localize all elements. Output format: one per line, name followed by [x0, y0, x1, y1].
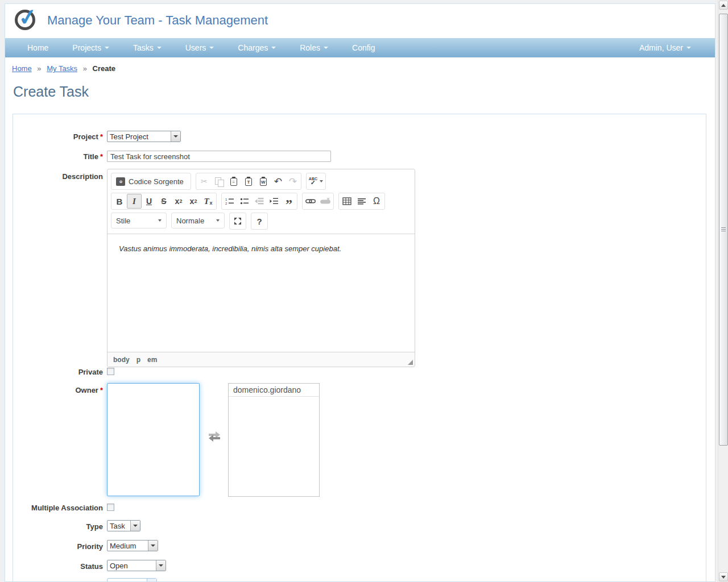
breadcrumb-my-tasks-link[interactable]: My Tasks: [47, 64, 77, 73]
breadcrumb-separator: »: [37, 64, 41, 73]
element-path-body[interactable]: body: [113, 356, 130, 364]
owner-label: Owner*: [13, 386, 103, 394]
exchange-arrows-icon: [206, 430, 222, 443]
title-input[interactable]: [107, 151, 331, 162]
editor-content-area[interactable]: Vastus animus immoderata, incredibilia, …: [107, 234, 415, 352]
nav-item-home[interactable]: Home: [15, 38, 60, 57]
maximize-icon[interactable]: [230, 214, 245, 228]
chevron-down-icon: [105, 47, 109, 49]
bullet-list-icon[interactable]: [237, 194, 252, 209]
description-label: Description: [13, 172, 103, 181]
nav-items: Home Projects Tasks Users Charges Roles …: [15, 38, 387, 57]
multiple-association-checkbox[interactable]: [107, 504, 114, 511]
owner-option[interactable]: domenico.giordano: [229, 384, 319, 397]
editor-resize-handle[interactable]: [408, 360, 413, 365]
dropdown-arrow-icon: [130, 521, 140, 531]
app-header: ✓ Manage Your Team - Task Management: [5, 4, 715, 37]
element-path-p[interactable]: p: [136, 356, 140, 364]
paste-from-word-icon[interactable]: W: [256, 174, 271, 189]
increase-indent-icon[interactable]: [267, 194, 282, 209]
styles-dropdown[interactable]: Stile: [111, 213, 167, 228]
help-icon[interactable]: ?: [252, 214, 267, 228]
table-icon[interactable]: [340, 194, 354, 209]
underline-button[interactable]: U: [142, 194, 156, 209]
chevron-down-icon: [209, 47, 214, 49]
vertical-scrollbar[interactable]: [718, 0, 728, 582]
scrollbar-grip-icon: [721, 227, 726, 232]
chevron-down-icon: [324, 47, 328, 49]
link-icon[interactable]: [303, 194, 318, 209]
paragraph-format-dropdown[interactable]: Normale: [171, 213, 225, 228]
unlink-icon: [318, 194, 333, 209]
subscript-button[interactable]: x2: [171, 194, 186, 209]
remove-format-button[interactable]: Tx: [201, 194, 216, 209]
svg-text:2: 2: [225, 202, 228, 205]
svg-text:1: 1: [225, 198, 228, 201]
nav-item-roles[interactable]: Roles: [288, 38, 340, 57]
nav-item-tasks[interactable]: Tasks: [121, 38, 173, 57]
project-select[interactable]: Test Project: [107, 131, 181, 142]
private-label: Private: [13, 368, 103, 376]
type-select-value: Task: [107, 522, 130, 530]
dropdown-arrow-icon: [156, 560, 166, 571]
title-label: Title*: [13, 152, 103, 161]
scrollbar-down-button[interactable]: [719, 572, 728, 581]
arrow-down-icon: [721, 576, 726, 579]
chevron-down-icon: [157, 47, 162, 49]
breadcrumb: Home » My Tasks » Create: [12, 64, 115, 73]
status-select[interactable]: Open: [107, 560, 166, 571]
spell-check-button[interactable]: ABC ✓: [307, 174, 325, 189]
spinner-up-icon[interactable]: [147, 579, 156, 582]
blockquote-icon[interactable]: ”: [282, 194, 296, 209]
project-select-value: Test Project: [107, 132, 171, 141]
owner-available-listbox[interactable]: [107, 383, 200, 496]
owner-selected-listbox[interactable]: domenico.giordano: [228, 383, 320, 497]
user-menu[interactable]: Admin, User: [639, 43, 691, 52]
nav-item-charges[interactable]: Charges: [226, 38, 288, 57]
breadcrumb-separator: »: [83, 64, 87, 73]
page: ✓ Manage Your Team - Task Management Hom…: [5, 3, 715, 582]
type-select[interactable]: Task: [107, 520, 140, 531]
required-marker: *: [100, 152, 103, 161]
app-title: Manage Your Team - Task Management: [47, 4, 268, 37]
paste-icon[interactable]: ≡: [226, 174, 241, 189]
scrollbar-thumb[interactable]: [719, 14, 728, 446]
paste-as-text-icon[interactable]: T: [241, 174, 256, 189]
strikethrough-button[interactable]: S: [156, 194, 171, 209]
superscript-button[interactable]: x2: [186, 194, 201, 209]
numbered-list-icon[interactable]: 12: [222, 194, 237, 209]
redo-icon: ↷: [286, 174, 300, 189]
chevron-down-icon: [158, 219, 162, 222]
horizontal-rule-icon[interactable]: [354, 194, 369, 209]
italic-button[interactable]: I: [127, 194, 142, 209]
scrollbar-up-button[interactable]: [719, 1, 728, 10]
rich-text-editor: ‹› Codice Sorgente ✂ ≡ T: [107, 169, 415, 367]
status-select-value: Open: [107, 562, 156, 570]
project-label: Project*: [13, 132, 103, 141]
bold-button[interactable]: B: [112, 194, 127, 209]
required-marker: *: [100, 386, 103, 394]
create-task-form-panel: Project* Test Project Title* Description…: [13, 114, 706, 582]
private-checkbox[interactable]: [107, 368, 114, 375]
status-label: Status: [13, 562, 103, 571]
main-nav: Home Projects Tasks Users Charges Roles …: [5, 38, 715, 57]
required-marker: *: [100, 132, 103, 141]
breadcrumb-home-link[interactable]: Home: [12, 64, 32, 73]
priority-select-value: Medium: [107, 542, 148, 550]
breadcrumb-current: Create: [93, 64, 115, 73]
undo-icon[interactable]: ↶: [271, 174, 286, 189]
source-code-icon: ‹›: [116, 177, 125, 186]
progress-spinner[interactable]: [107, 578, 157, 582]
source-code-button[interactable]: ‹› Codice Sorgente: [112, 174, 190, 189]
spell-check-icon: ABC ✓: [309, 177, 317, 186]
nav-item-users[interactable]: Users: [173, 38, 226, 57]
nav-item-projects[interactable]: Projects: [60, 38, 121, 57]
nav-item-config[interactable]: Config: [340, 38, 387, 57]
priority-select[interactable]: Medium: [107, 540, 158, 551]
chevron-down-icon: [320, 180, 323, 182]
page-title: Create Task: [13, 84, 89, 100]
copy-icon: [212, 174, 226, 189]
special-character-icon[interactable]: Ω: [369, 194, 384, 209]
chevron-down-icon: [686, 47, 691, 49]
element-path-em[interactable]: em: [147, 356, 157, 364]
